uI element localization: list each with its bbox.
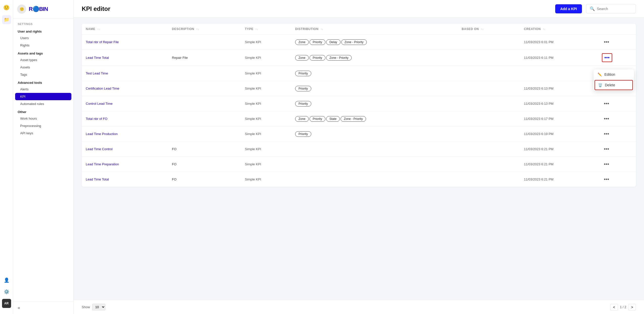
sidebar-item-asset-types[interactable]: Asset types	[13, 56, 73, 64]
row-creation: 11/03/2023 6:13 PM	[520, 96, 598, 111]
row-name-link[interactable]: Lead Time Production	[86, 132, 118, 136]
tag-pill: Priority	[295, 71, 311, 76]
desc-sort-icon[interactable]: ↑↓	[196, 28, 199, 31]
row-type: Simple KPI	[241, 81, 291, 96]
col-distribution: DISTRIBUTION ↑↓	[291, 24, 458, 35]
row-name-link[interactable]: Certification Lead Time	[86, 87, 119, 90]
row-name-link[interactable]: Total nbr of Repair File	[86, 40, 119, 44]
table-row: Lead Time PreparationFOSimple KPI11/03/2…	[82, 157, 636, 172]
row-based-on	[458, 172, 520, 187]
delete-menu-item[interactable]: 🗑️ Delete	[595, 80, 633, 90]
row-based-on	[458, 96, 520, 111]
row-creation: 11/03/2023 6:21 PM	[520, 172, 598, 187]
table-row: Certification Lead TimeSimple KPIPriorit…	[82, 81, 636, 96]
context-menu: ✏️ Edition 🗑️ Delete	[594, 69, 634, 91]
sidebar-item-api-keys[interactable]: API keys	[13, 129, 73, 137]
row-name-link[interactable]: Lead Time Control	[86, 147, 113, 151]
table-row: Lead Time ControlFOSimple KPI11/03/2023 …	[82, 142, 636, 157]
sidebar-item-rights[interactable]: Rights	[13, 42, 73, 49]
row-based-on	[458, 111, 520, 126]
row-description	[168, 126, 241, 142]
name-sort-icon[interactable]: ↑↓	[97, 28, 100, 31]
tag-pill: Zone - Priority	[341, 39, 367, 45]
row-distribution	[291, 157, 458, 172]
row-distribution: ZonePriorityStateZone - Priority	[291, 111, 458, 126]
col-based-on: BASED ON ↑↓	[458, 24, 520, 35]
folder-icon[interactable]: 📁	[2, 15, 11, 24]
sidebar-item-preprocessing[interactable]: Preprocessing	[13, 122, 73, 129]
row-type: Simple KPI	[241, 35, 291, 50]
sidebar-item-assets[interactable]: Assets	[13, 64, 73, 71]
tag-pill: Priority	[310, 55, 325, 61]
sidebar-item-work-hours[interactable]: Work hours	[13, 115, 73, 122]
table-row: Lead Time TotalRepair FileSimple KPIZone…	[82, 50, 636, 66]
prev-page-button[interactable]: <	[610, 304, 618, 310]
row-actions-button[interactable]: •••	[602, 115, 611, 123]
sidebar-item-alerts[interactable]: Alerts	[13, 86, 73, 93]
type-sort-icon[interactable]: ↑↓	[256, 28, 258, 31]
row-based-on	[458, 66, 520, 81]
sidebar-item-automated-rules[interactable]: Automated rules	[13, 100, 73, 108]
based-sort-icon[interactable]: ↑↓	[481, 28, 484, 31]
search-input[interactable]	[597, 7, 632, 11]
tag-pill: Zone - Priority	[326, 55, 352, 61]
tag-pill: Priority	[310, 39, 325, 45]
header: KPI editor Add a KPI 🔍	[74, 0, 644, 18]
row-type: Simple KPI	[241, 111, 291, 126]
edition-menu-item[interactable]: ✏️ Edition	[594, 69, 634, 80]
row-description	[168, 66, 241, 81]
row-name-link[interactable]: Lead Time Total	[86, 177, 109, 181]
tag-pill: Priority	[295, 101, 311, 107]
row-actions-button[interactable]: •••	[602, 175, 611, 183]
tag-pill: Zone - Priority	[341, 116, 366, 122]
tag-pill: Priority	[295, 131, 311, 137]
creation-sort-icon[interactable]: ↑↓	[543, 28, 546, 31]
row-distribution: Priority	[291, 96, 458, 111]
row-based-on	[458, 81, 520, 96]
row-actions-button[interactable]: •••	[602, 160, 611, 168]
next-page-button[interactable]: >	[628, 304, 636, 310]
row-creation	[520, 66, 598, 81]
row-distribution: Priority	[291, 66, 458, 81]
row-creation: 11/03/2023 6:21 PM	[520, 157, 598, 172]
col-creation: CREATION ↑↓	[520, 24, 598, 35]
person-icon[interactable]: 👤	[2, 276, 11, 285]
sidebar-item-users[interactable]: Users	[13, 34, 73, 42]
show-wrapper: Show 10 25 50	[82, 304, 105, 310]
tag-pill: Delay	[326, 39, 341, 45]
table-area: NAME ↑↓ DESCRIPTION ↑↓ TYPE ↑↓ DISTRIBUT…	[74, 18, 644, 300]
row-type: Simple KPI	[241, 126, 291, 142]
row-description	[168, 111, 241, 126]
row-based-on	[458, 157, 520, 172]
row-type: Simple KPI	[241, 157, 291, 172]
row-name-link[interactable]: Test Lead Time	[86, 71, 108, 75]
page-info: 1 / 2	[620, 305, 626, 309]
row-type: Simple KPI	[241, 172, 291, 187]
per-page-select[interactable]: 10 25 50	[92, 304, 105, 310]
row-distribution: Priority	[291, 126, 458, 142]
row-actions-button[interactable]: •••	[602, 53, 612, 62]
sidebar-item-tags[interactable]: Tags	[13, 71, 73, 78]
row-actions-button[interactable]: •••	[602, 145, 611, 153]
table-row: Lead Time TotalFOSimple KPI11/03/2023 6:…	[82, 172, 636, 187]
table-row: Total nbr of Repair FileSimple KPIZonePr…	[82, 35, 636, 50]
dist-sort-icon[interactable]: ↑↓	[321, 28, 323, 31]
add-kpi-button[interactable]: Add a KPI	[555, 4, 582, 13]
row-type: Simple KPI	[241, 50, 291, 66]
row-actions-button[interactable]: •••	[602, 100, 611, 108]
row-type: Simple KPI	[241, 142, 291, 157]
sidebar-item-kpi[interactable]: KPI	[15, 93, 71, 100]
logo-avatar: 🙂	[17, 5, 26, 14]
row-name-link[interactable]: Control Lead Time	[86, 102, 113, 106]
row-name-link[interactable]: Lead Time Preparation	[86, 162, 119, 166]
edition-label: Edition	[604, 72, 615, 76]
row-actions-button[interactable]: •••	[602, 130, 611, 138]
gear-icon[interactable]: ⚙️	[2, 287, 11, 296]
row-distribution: ZonePriorityZone - Priority	[291, 50, 458, 66]
edit-icon: ✏️	[598, 72, 602, 76]
row-name-link[interactable]: Total nbr of FO	[86, 117, 107, 121]
row-name-link[interactable]: Lead Time Total	[86, 56, 109, 60]
group-user-rights: User and rights	[13, 27, 73, 34]
row-actions-button[interactable]: •••	[602, 38, 611, 46]
collapse-sidebar-button[interactable]: «	[18, 305, 20, 310]
